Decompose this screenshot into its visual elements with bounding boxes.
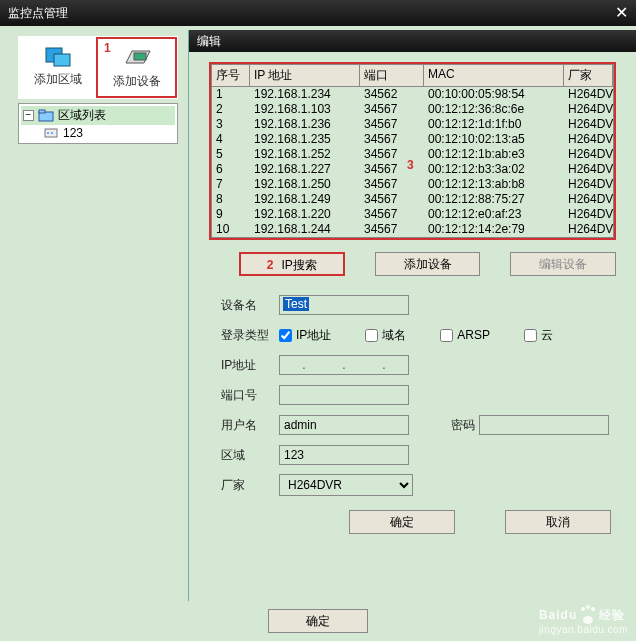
device-icon xyxy=(122,47,152,69)
collapse-icon[interactable]: − xyxy=(23,110,34,121)
port-input[interactable] xyxy=(279,385,409,405)
label-login-type: 登录类型 xyxy=(209,327,279,344)
window-titlebar: 监控点管理 ✕ xyxy=(0,0,636,26)
tab-label: 添加设备 xyxy=(98,73,175,90)
main-ok-row: 确定 xyxy=(268,609,368,633)
annotation-marker-3: 3 xyxy=(407,158,414,172)
ip-address-input[interactable]: ... xyxy=(279,355,409,375)
grid-header: 序号 IP 地址 端口 MAC 厂家 xyxy=(211,64,614,86)
tree-root-label: 区域列表 xyxy=(58,107,106,124)
table-row[interactable]: 7192.168.1.2503456700:12:12:13:ab:b8H264… xyxy=(212,177,613,192)
login-ip-checkbox[interactable]: IP地址 xyxy=(279,327,331,344)
login-domain-checkbox[interactable]: 域名 xyxy=(365,327,406,344)
col-ip[interactable]: IP 地址 xyxy=(250,65,360,86)
table-row[interactable]: 4192.168.1.2353456700:12:10:02:13:a5H264… xyxy=(212,132,613,147)
left-panel: 添加区域 1 添加设备 − 区域列表 123 xyxy=(0,26,188,641)
svg-rect-5 xyxy=(39,110,45,113)
ip-search-button[interactable]: 2IP搜索 xyxy=(239,252,345,276)
label-ip: IP地址 xyxy=(209,357,279,374)
vendor-select[interactable]: H264DVR xyxy=(279,474,413,496)
password-input[interactable] xyxy=(479,415,609,435)
zone-input[interactable] xyxy=(279,445,409,465)
col-vendor[interactable]: 厂家 xyxy=(564,65,613,86)
label-port: 端口号 xyxy=(209,387,279,404)
annotation-marker-1: 1 xyxy=(104,41,111,55)
svg-rect-3 xyxy=(134,53,146,60)
tree-child-label: 123 xyxy=(63,126,83,140)
device-name-value: Test xyxy=(283,297,309,311)
folder-icon xyxy=(38,109,54,123)
table-row[interactable]: 10192.168.1.2443456700:12:12:14:2e:79H26… xyxy=(212,222,613,237)
left-tabs: 添加区域 1 添加设备 xyxy=(18,36,178,99)
paw-icon xyxy=(579,606,597,624)
ok-button[interactable]: 确定 xyxy=(349,510,455,534)
cancel-button[interactable]: 取消 xyxy=(505,510,611,534)
label-username: 用户名 xyxy=(209,417,279,434)
tab-add-device[interactable]: 1 添加设备 xyxy=(96,37,177,98)
table-row[interactable]: 2192.168.1.1033456700:12:12:36:8c:6eH264… xyxy=(212,102,613,117)
tab-add-zone[interactable]: 添加区域 xyxy=(19,37,96,98)
table-row[interactable]: 3192.168.1.2363456700:12:12:1d:1f:b0H264… xyxy=(212,117,613,132)
tree-child-row[interactable]: 123 xyxy=(21,125,175,141)
col-no[interactable]: 序号 xyxy=(212,65,250,86)
table-row[interactable]: 1192.168.1.2343456200:10:00:05:98:54H264… xyxy=(212,87,613,102)
watermark: Baidu经验 jingyan.baidu.com xyxy=(539,606,628,635)
table-row[interactable]: 8192.168.1.2493456700:12:12:88:75:27H264… xyxy=(212,192,613,207)
zone-icon xyxy=(44,44,72,68)
editor-panel: 编辑 3 序号 IP 地址 端口 MAC 厂家 1192.168.1.23434… xyxy=(188,30,636,601)
label-vendor: 厂家 xyxy=(209,477,279,494)
zone-tree: − 区域列表 123 xyxy=(18,103,178,144)
label-device-name: 设备名 xyxy=(209,297,279,314)
edit-device-button: 编辑设备 xyxy=(510,252,616,276)
grid-button-row: 2IP搜索 添加设备 编辑设备 xyxy=(239,252,616,276)
username-input[interactable] xyxy=(279,415,409,435)
label-zone: 区域 xyxy=(209,447,279,464)
tab-label: 添加区域 xyxy=(19,71,96,88)
tree-root-row[interactable]: − 区域列表 xyxy=(21,106,175,125)
add-device-button[interactable]: 添加设备 xyxy=(375,252,481,276)
annotation-marker-2: 2 xyxy=(267,258,274,272)
col-port[interactable]: 端口 xyxy=(360,65,424,86)
editor-title: 编辑 xyxy=(189,30,636,52)
main-ok-button[interactable]: 确定 xyxy=(268,609,368,633)
col-mac[interactable]: MAC xyxy=(424,65,564,86)
node-icon xyxy=(43,126,59,140)
svg-point-8 xyxy=(51,132,53,134)
login-arsp-checkbox[interactable]: ARSP xyxy=(440,328,490,342)
device-grid: 序号 IP 地址 端口 MAC 厂家 1192.168.1.2343456200… xyxy=(209,62,616,240)
login-cloud-checkbox[interactable]: 云 xyxy=(524,327,553,344)
window-title: 监控点管理 xyxy=(8,0,68,26)
table-row[interactable]: 9192.168.1.2203456700:12:12:e0:af:23H264… xyxy=(212,207,613,222)
svg-point-7 xyxy=(47,132,49,134)
close-icon[interactable]: ✕ xyxy=(615,0,628,26)
svg-rect-1 xyxy=(54,54,70,66)
label-password: 密码 xyxy=(439,417,479,434)
